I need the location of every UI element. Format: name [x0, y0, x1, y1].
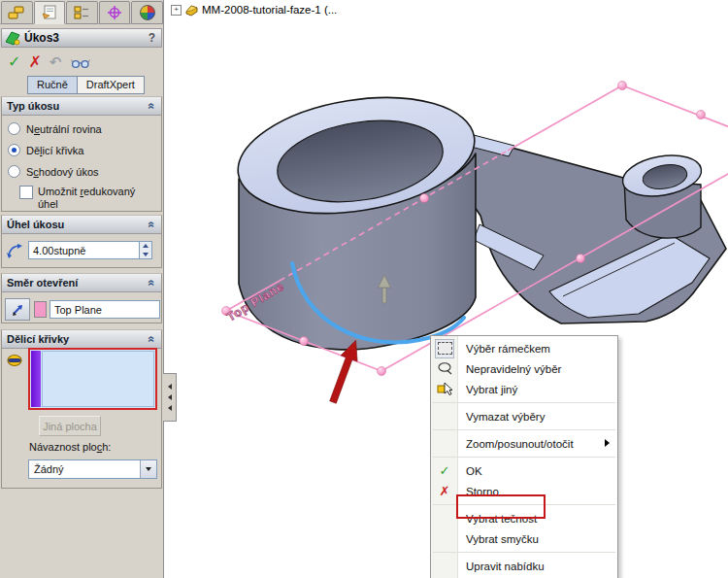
annotation-highlight-box: [456, 494, 546, 519]
menu-item-label: OK: [466, 465, 482, 477]
part-cylinder[interactable]: [230, 82, 483, 349]
menu-item-select-loop[interactable]: Vybrat smyčku: [431, 528, 617, 549]
menu-item-label: Upravit nabídku: [466, 561, 545, 572]
submenu-arrow-icon: [605, 439, 610, 447]
menu-item-label: Zoom/posunout/otočit: [466, 438, 574, 450]
menu-item-label: Výběr rámečkem: [466, 343, 550, 355]
plane-edge-top-right: [622, 85, 728, 146]
menu-item-clear-selections[interactable]: Vymazat výběry: [431, 406, 617, 426]
menu-item-box-selection[interactable]: Výběr rámečkem: [431, 338, 617, 358]
menu-item-select-other[interactable]: Vybrat jiný: [431, 379, 617, 399]
menu-item-ok[interactable]: ✓ OK: [431, 460, 617, 481]
select-other-icon: [435, 381, 454, 398]
context-menu: Výběr rámečkem Nepravidelný výběr Vybrat…: [430, 335, 618, 578]
menu-item-lasso-selection[interactable]: Nepravidelný výběr: [431, 358, 617, 379]
box-selection-icon: [435, 340, 454, 357]
cancel-x-icon: ✗: [435, 483, 454, 500]
menu-item-label: Vybrat smyčku: [466, 533, 539, 545]
menu-item-label: Vybrat jiný: [466, 384, 517, 395]
viewport-3d: Top Plane: [0, 0, 728, 578]
menu-item-label: Vymazat výběry: [466, 411, 545, 423]
menu-item-customize-menu[interactable]: Upravit nabídku: [431, 556, 617, 576]
menu-separator: [431, 454, 617, 460]
menu-item-zoom-pan-rotate[interactable]: Zoom/posunout/otočit: [431, 433, 617, 454]
menu-separator: [431, 399, 617, 406]
menu-separator: [431, 426, 617, 433]
plane-edge-top-left-solid2: [508, 85, 622, 151]
menu-separator: [431, 549, 617, 556]
solidworks-window: Top Plane + MM-2008-tutorial-faze-1 (...: [0, 0, 728, 578]
menu-item-label: Nepravidelný výběr: [466, 363, 561, 375]
lasso-icon: [435, 360, 454, 378]
ok-check-icon: ✓: [435, 462, 454, 480]
